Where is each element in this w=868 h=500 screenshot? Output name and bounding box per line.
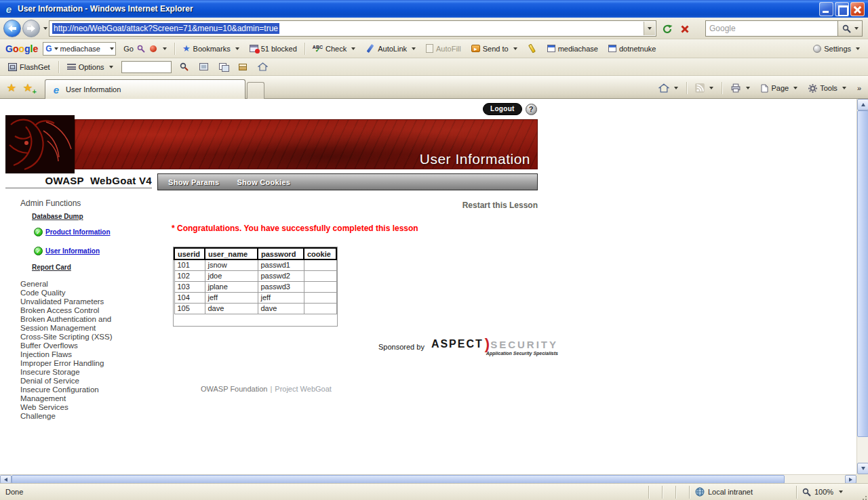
go-button[interactable]: Go xyxy=(121,43,170,55)
combo-history-dropdown[interactable] xyxy=(110,47,114,50)
sidebar-category[interactable]: General xyxy=(20,280,123,289)
go-dropdown[interactable] xyxy=(163,47,167,50)
search-input[interactable]: Google xyxy=(705,20,838,37)
settings-dropdown[interactable] xyxy=(856,47,860,50)
add-favorite-button[interactable]: ★ + xyxy=(20,81,35,95)
sidebar-category[interactable]: Unvalidated Parameters xyxy=(20,297,123,306)
sidebar-category[interactable]: Broken Authentication and Session Manage… xyxy=(20,315,123,333)
sidebar-category[interactable]: Buffer Overflows xyxy=(20,341,123,350)
sidebar-category[interactable]: Broken Access Control xyxy=(20,306,123,315)
send-to-button[interactable]: ▸ Send to xyxy=(469,43,520,54)
bookmarks-label: Bookmarks xyxy=(193,45,231,53)
sidebar-category[interactable]: Code Quality xyxy=(20,289,123,297)
horizontal-scrollbar[interactable] xyxy=(0,474,856,483)
page-dropdown[interactable] xyxy=(793,87,797,89)
bookmarks-button[interactable]: ★ Bookmarks xyxy=(180,43,242,54)
autolink-button[interactable]: AutoLink xyxy=(363,43,418,55)
tab-user-information[interactable]: e User Information xyxy=(45,79,245,99)
minimize-button[interactable] xyxy=(819,2,833,16)
sidebar-category[interactable]: Web Services xyxy=(20,403,123,412)
command-overflow-chevron[interactable]: » xyxy=(854,82,864,94)
cell-password: passwd1 xyxy=(258,259,304,270)
sidebar-item-user-information[interactable]: ✓ User Information xyxy=(34,247,129,255)
check-dropdown[interactable] xyxy=(351,47,355,50)
go-label: Go xyxy=(123,45,134,53)
help-button[interactable]: ? xyxy=(526,104,537,115)
tools-dropdown[interactable] xyxy=(842,87,846,89)
bookmarks-dropdown[interactable] xyxy=(235,47,239,50)
address-dropdown-button[interactable] xyxy=(644,22,655,35)
page-menu-button[interactable]: Page xyxy=(758,82,800,95)
popup-blocker-button[interactable]: 51 blocked xyxy=(247,43,300,54)
vertical-scroll-thumb[interactable] xyxy=(857,110,868,437)
cell-user-name: jeff xyxy=(205,292,258,303)
frame-tool-button[interactable] xyxy=(197,62,211,72)
forward-button[interactable] xyxy=(22,20,40,37)
sidebar-section-admin-functions[interactable]: Admin Functions xyxy=(20,199,129,208)
archive-tool-button[interactable] xyxy=(236,62,250,72)
address-input[interactable]: http://neo/WebGoat/attack?Screen=71&menu… xyxy=(49,20,656,37)
sidebar-category[interactable]: Injection Flaws xyxy=(20,350,123,359)
home-tool-button[interactable] xyxy=(255,61,271,72)
sidebar-item-product-information[interactable]: ✓ Product Information xyxy=(34,228,129,236)
tools-menu-button[interactable]: Tools xyxy=(806,82,849,95)
product-information-link[interactable]: Product Information xyxy=(45,228,111,236)
vertical-scrollbar[interactable] xyxy=(856,99,868,474)
custom-button-dotnetnuke[interactable]: dotnetnuke xyxy=(606,43,658,54)
windows-tool-button[interactable] xyxy=(216,62,231,72)
options-dropdown[interactable] xyxy=(109,66,113,68)
sidebar-category[interactable]: Denial of Service xyxy=(20,377,123,386)
stop-button[interactable] xyxy=(677,22,693,36)
flashget-search-button[interactable] xyxy=(177,61,191,72)
autolink-pen-icon xyxy=(366,44,375,54)
home-dropdown[interactable] xyxy=(674,87,678,89)
sidebar-category[interactable]: Insecure Storage xyxy=(20,368,123,377)
back-button[interactable] xyxy=(3,20,21,37)
sidebar-category[interactable]: Challenge xyxy=(20,412,123,421)
popup-blocked-icon xyxy=(250,45,258,52)
autolink-dropdown[interactable] xyxy=(412,47,416,50)
history-dropdown[interactable] xyxy=(43,27,47,30)
home-button[interactable] xyxy=(656,81,681,95)
send-to-dropdown[interactable] xyxy=(513,47,517,50)
flashget-search-input[interactable] xyxy=(121,61,172,73)
feeds-dropdown[interactable] xyxy=(709,87,713,89)
options-button[interactable]: Options xyxy=(64,62,116,72)
resize-grip[interactable] xyxy=(859,486,868,499)
print-button[interactable] xyxy=(728,81,753,95)
favorites-star-icon: ★ xyxy=(7,83,16,92)
google-logo[interactable]: Google xyxy=(5,43,38,54)
autofill-button[interactable]: AutoFill xyxy=(423,43,464,54)
google-search-combo[interactable]: G mediachase xyxy=(43,42,116,56)
spellcheck-button[interactable]: ABC✓ Check xyxy=(310,43,358,54)
favorites-center-button[interactable]: ★ xyxy=(4,81,19,95)
feeds-button[interactable] xyxy=(692,81,716,95)
autofill-form-icon xyxy=(426,44,433,53)
highlighter-button[interactable] xyxy=(525,43,540,55)
sidebar-item-database-dump[interactable]: Database Dump xyxy=(32,213,83,220)
scroll-up-button[interactable] xyxy=(857,99,868,110)
scroll-down-button[interactable] xyxy=(857,463,868,474)
flashget-button[interactable]: FlashGet xyxy=(5,62,53,72)
print-dropdown[interactable] xyxy=(746,87,750,89)
sidebar-category[interactable]: Cross-Site Scripting (XSS) xyxy=(20,333,123,341)
custom-button-mediachase[interactable]: mediachase xyxy=(545,43,601,54)
sidebar-category[interactable]: Insecure Configuration Management xyxy=(20,386,123,403)
sidebar-item-report-card[interactable]: Report Card xyxy=(32,264,71,271)
refresh-button[interactable] xyxy=(659,22,675,36)
logout-button[interactable]: Logout xyxy=(483,103,522,115)
search-go-button[interactable] xyxy=(838,20,863,37)
zoom-dropdown[interactable] xyxy=(839,491,843,493)
show-cookies-button[interactable]: Show Cookies xyxy=(237,178,290,186)
zoom-control[interactable]: 100% xyxy=(796,486,859,499)
sidebar-category[interactable]: Improper Error Handling xyxy=(20,359,123,368)
close-button[interactable] xyxy=(850,2,865,16)
restart-lesson-link[interactable]: Restart this Lesson xyxy=(326,201,538,210)
user-information-link[interactable]: User Information xyxy=(45,247,100,255)
combo-mode-dropdown[interactable] xyxy=(54,47,58,50)
settings-button[interactable]: Settings xyxy=(810,43,863,54)
show-params-button[interactable]: Show Params xyxy=(168,178,219,186)
status-pane-empty xyxy=(662,486,675,499)
new-tab-stub[interactable] xyxy=(247,82,264,99)
maximize-button[interactable] xyxy=(835,2,849,16)
